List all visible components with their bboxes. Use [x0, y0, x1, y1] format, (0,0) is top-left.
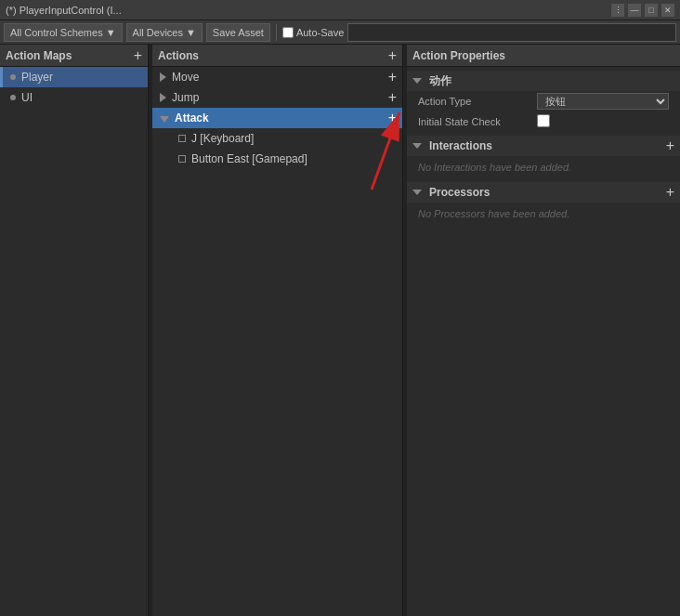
binding-label: J [Keyboard] — [191, 132, 254, 145]
title-bar-controls: ⋮ — □ ✕ — [611, 4, 674, 17]
processors-section-header[interactable]: Processors + — [407, 182, 680, 203]
save-asset-button[interactable]: Save Asset — [206, 23, 270, 42]
auto-save-label: Auto-Save — [282, 27, 344, 38]
add-jump-binding-button[interactable]: + — [388, 90, 397, 105]
toolbar-separator — [276, 24, 277, 41]
binding-item-keyboard[interactable]: J [Keyboard] — [152, 128, 402, 149]
action-map-item-ui[interactable]: UI — [0, 87, 148, 108]
triangle-down-icon — [160, 116, 169, 123]
binding-icon — [178, 135, 186, 142]
prop-section-action: 动作 Action Type 按钮 Value Pass Through Ini… — [407, 71, 680, 132]
action-type-row: Action Type 按钮 Value Pass Through — [407, 91, 680, 111]
properties-header: Action Properties — [407, 45, 680, 67]
actions-panel: Actions + Move + Jump + Attack + — [152, 45, 403, 616]
add-attack-binding-button[interactable]: + — [388, 111, 397, 125]
initial-state-checkbox[interactable] — [537, 114, 550, 127]
properties-panel: Action Properties 动作 Action Type 按钮 Val — [407, 45, 680, 616]
triangle-right-icon — [160, 93, 166, 102]
action-map-item-player[interactable]: Player — [0, 67, 148, 87]
menu-icon[interactable]: ⋮ — [611, 4, 624, 17]
search-input[interactable] — [347, 23, 676, 42]
add-action-button[interactable]: + — [388, 48, 397, 63]
action-type-label: Action Type — [418, 96, 530, 107]
action-map-label: Player — [21, 71, 53, 84]
action-label: Move — [172, 71, 199, 84]
interactions-section-header[interactable]: Interactions + — [407, 136, 680, 156]
initial-state-row: Initial State Check — [407, 111, 680, 132]
action-maps-list: Player UI — [0, 67, 148, 616]
binding-icon — [178, 155, 186, 163]
triangle-right-icon — [160, 72, 166, 82]
action-label: Attack — [175, 111, 209, 125]
binding-item-gamepad[interactable]: Button East [Gamepad] — [152, 149, 402, 169]
add-action-map-button[interactable]: + — [134, 48, 142, 63]
title-bar: (*) PlayerInputControl (I... ⋮ — □ ✕ — [0, 0, 680, 20]
title-bar-left: (*) PlayerInputControl (I... — [6, 5, 122, 16]
action-label: Jump — [172, 91, 199, 104]
close-button[interactable]: ✕ — [661, 4, 674, 17]
triangle-down-icon — [412, 78, 422, 84]
action-maps-panel: Action Maps + Player UI — [0, 45, 149, 616]
prop-section-interactions: Interactions + No Interactions have been… — [407, 136, 680, 178]
properties-content: 动作 Action Type 按钮 Value Pass Through Ini… — [407, 67, 680, 616]
actions-list: Move + Jump + Attack + J [Keyboard] — [152, 67, 402, 616]
devices-dropdown[interactable]: All Devices ▼ — [126, 23, 203, 42]
chevron-down-icon: ▼ — [186, 27, 196, 38]
dot-icon — [10, 95, 16, 100]
initial-state-label: Initial State Check — [418, 116, 530, 127]
action-map-label: UI — [21, 91, 33, 104]
action-item-jump[interactable]: Jump + — [152, 87, 402, 108]
action-item-move[interactable]: Move + — [152, 67, 402, 87]
minimize-button[interactable]: — — [628, 4, 641, 17]
action-type-dropdown[interactable]: 按钮 Value Pass Through — [537, 93, 669, 110]
maximize-button[interactable]: □ — [645, 4, 658, 17]
auto-save-checkbox[interactable] — [282, 27, 294, 38]
processors-empty-message: No Processors have been added. — [407, 203, 680, 225]
add-move-binding-button[interactable]: + — [388, 70, 397, 85]
action-maps-header: Action Maps + — [0, 45, 148, 67]
interactions-empty-message: No Interactions have been added. — [407, 156, 680, 178]
chevron-down-icon: ▼ — [106, 27, 116, 38]
control-schemes-dropdown[interactable]: All Control Schemes ▼ — [4, 23, 123, 42]
binding-label: Button East [Gamepad] — [191, 152, 307, 165]
action-item-attack[interactable]: Attack + — [152, 108, 402, 128]
actions-header: Actions + — [152, 45, 402, 67]
add-interaction-button[interactable]: + — [666, 138, 674, 154]
prop-section-processors: Processors + No Processors have been add… — [407, 182, 680, 225]
action-type-value: 按钮 Value Pass Through — [537, 93, 669, 110]
toolbar: All Control Schemes ▼ All Devices ▼ Save… — [0, 20, 680, 45]
triangle-down-icon — [412, 143, 422, 149]
action-section-header[interactable]: 动作 — [407, 71, 680, 91]
active-dot-icon — [10, 74, 16, 80]
add-processor-button[interactable]: + — [666, 184, 674, 201]
window-title: (*) PlayerInputControl (I... — [6, 5, 122, 16]
main-content: Action Maps + Player UI Actions + Move — [0, 45, 680, 616]
triangle-down-icon — [412, 190, 422, 195]
